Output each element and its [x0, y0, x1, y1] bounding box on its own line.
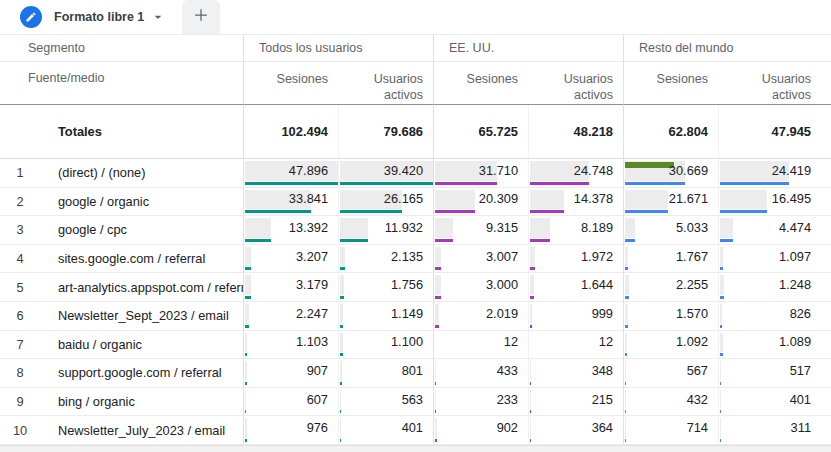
- metric-cell[interactable]: 30.669: [623, 159, 718, 188]
- metric-cell[interactable]: 47.896: [243, 159, 338, 188]
- metric-cell[interactable]: 11.932: [338, 216, 433, 245]
- add-tab-button[interactable]: [182, 0, 220, 34]
- row-header-cell[interactable]: 5art-analytics.appspot.com / referral: [0, 273, 243, 302]
- metric-cell[interactable]: 517: [718, 359, 831, 388]
- metric-cell[interactable]: 999: [528, 302, 623, 331]
- metric-cell[interactable]: 902: [433, 416, 528, 445]
- metric-cell[interactable]: 215: [528, 388, 623, 417]
- value-underline: [245, 439, 247, 442]
- value-underline: [530, 182, 589, 185]
- value-bar: [435, 275, 441, 295]
- metric-cell[interactable]: 12: [528, 331, 623, 360]
- value-bar: [435, 247, 441, 267]
- row-header-cell[interactable]: 9bing / organic: [0, 388, 243, 417]
- metric-cell[interactable]: 4.474: [718, 216, 831, 245]
- metric-cell[interactable]: 2.019: [433, 302, 528, 331]
- metric-cell[interactable]: 1.149: [338, 302, 433, 331]
- metric-cell[interactable]: 714: [623, 416, 718, 445]
- metric-cell[interactable]: 33.841: [243, 188, 338, 217]
- value-bar: [720, 418, 721, 438]
- row-header-cell[interactable]: 1(direct) / (none): [0, 159, 243, 188]
- metric-cell[interactable]: 1.089: [718, 331, 831, 360]
- chevron-down-icon[interactable]: [150, 9, 166, 25]
- metric-cell[interactable]: 2.135: [338, 245, 433, 274]
- cell-value: 907: [307, 363, 328, 378]
- row-header-cell[interactable]: 10Newsletter_July_2023 / email: [0, 416, 243, 445]
- metric-cell[interactable]: 364: [528, 416, 623, 445]
- metric-cell[interactable]: 1.097: [718, 245, 831, 274]
- metric-header-sesiones[interactable]: Sesiones: [433, 62, 528, 105]
- cell-value: 1.570: [676, 306, 708, 321]
- metric-cell[interactable]: 1.103: [243, 331, 338, 360]
- metric-cell[interactable]: 3.207: [243, 245, 338, 274]
- metric-cell[interactable]: 1.248: [718, 273, 831, 302]
- metric-cell[interactable]: 9.315: [433, 216, 528, 245]
- cell-value: 31.710: [479, 163, 518, 178]
- metric-cell[interactable]: 311: [718, 416, 831, 445]
- metric-cell[interactable]: 348: [528, 359, 623, 388]
- metric-cell[interactable]: 1.972: [528, 245, 623, 274]
- metric-cell[interactable]: 5.033: [623, 216, 718, 245]
- segment-header-eeuu[interactable]: EE. UU.: [433, 35, 623, 62]
- metric-cell[interactable]: 607: [243, 388, 338, 417]
- row-header-cell[interactable]: 6Newsletter_Sept_2023 / email: [0, 302, 243, 331]
- metric-cell[interactable]: 31.710: [433, 159, 528, 188]
- metric-cell[interactable]: 3.007: [433, 245, 528, 274]
- metric-cell[interactable]: 1.756: [338, 273, 433, 302]
- segment-header-todos[interactable]: Todos los usuarios: [243, 35, 433, 62]
- metric-cell[interactable]: 1.100: [338, 331, 433, 360]
- metric-cell[interactable]: 401: [338, 416, 433, 445]
- metric-cell[interactable]: 563: [338, 388, 433, 417]
- row-header-cell[interactable]: 7baidu / organic: [0, 331, 243, 360]
- metric-header-usuarios-activos[interactable]: Usuarios activos: [718, 62, 831, 105]
- metric-cell[interactable]: 20.309: [433, 188, 528, 217]
- metric-cell[interactable]: 1.767: [623, 245, 718, 274]
- metric-cell[interactable]: 21.671: [623, 188, 718, 217]
- metric-cell[interactable]: 567: [623, 359, 718, 388]
- metric-cell[interactable]: 401: [718, 388, 831, 417]
- metric-cell[interactable]: 907: [243, 359, 338, 388]
- metric-cell[interactable]: 2.247: [243, 302, 338, 331]
- metric-header-usuarios-activos[interactable]: Usuarios activos: [528, 62, 623, 105]
- metric-cell[interactable]: 24.748: [528, 159, 623, 188]
- metric-cell[interactable]: 8.189: [528, 216, 623, 245]
- metric-header-usuarios-activos[interactable]: Usuarios activos: [338, 62, 433, 105]
- segment-header-resto[interactable]: Resto del mundo: [623, 35, 831, 62]
- segment-dimension-header[interactable]: Segmento: [0, 35, 243, 62]
- metric-cell[interactable]: 433: [433, 359, 528, 388]
- metric-cell[interactable]: 1.092: [623, 331, 718, 360]
- metric-cell[interactable]: 12: [433, 331, 528, 360]
- row-header-cell[interactable]: 3google / cpc: [0, 216, 243, 245]
- metric-cell[interactable]: 14.378: [528, 188, 623, 217]
- row-header-cell[interactable]: 2google / organic: [0, 188, 243, 217]
- metric-cell[interactable]: 3.179: [243, 273, 338, 302]
- row-header-cell[interactable]: 4sites.google.com / referral: [0, 245, 243, 274]
- metric-cell[interactable]: 2.255: [623, 273, 718, 302]
- metric-cell[interactable]: 976: [243, 416, 338, 445]
- metric-header-sesiones[interactable]: Sesiones: [623, 62, 718, 105]
- metric-cell[interactable]: 16.495: [718, 188, 831, 217]
- metric-cell[interactable]: 1.570: [623, 302, 718, 331]
- metric-cell[interactable]: 39.420: [338, 159, 433, 188]
- metric-cell[interactable]: 1.644: [528, 273, 623, 302]
- row-label: support.google.com / referral: [58, 365, 222, 380]
- cell-value: 47.896: [289, 163, 328, 178]
- value-underline: [340, 296, 344, 299]
- metric-cell[interactable]: 3.000: [433, 273, 528, 302]
- metric-header-sesiones[interactable]: Sesiones: [243, 62, 338, 105]
- metric-cell[interactable]: 13.392: [243, 216, 338, 245]
- tab-formato-libre[interactable]: Formato libre 1: [0, 0, 180, 34]
- value-underline: [625, 325, 628, 328]
- value-underline: [340, 267, 345, 270]
- horizontal-scrollbar[interactable]: [0, 445, 831, 452]
- row-label: google / cpc: [58, 222, 127, 237]
- cell-value: 33.841: [289, 191, 328, 206]
- metric-cell[interactable]: 801: [338, 359, 433, 388]
- metric-cell[interactable]: 432: [623, 388, 718, 417]
- metric-cell[interactable]: 24.419: [718, 159, 831, 188]
- row-dimension-header[interactable]: Fuente/medio: [0, 62, 243, 105]
- metric-cell[interactable]: 826: [718, 302, 831, 331]
- row-header-cell[interactable]: 8support.google.com / referral: [0, 359, 243, 388]
- metric-cell[interactable]: 233: [433, 388, 528, 417]
- metric-cell[interactable]: 26.165: [338, 188, 433, 217]
